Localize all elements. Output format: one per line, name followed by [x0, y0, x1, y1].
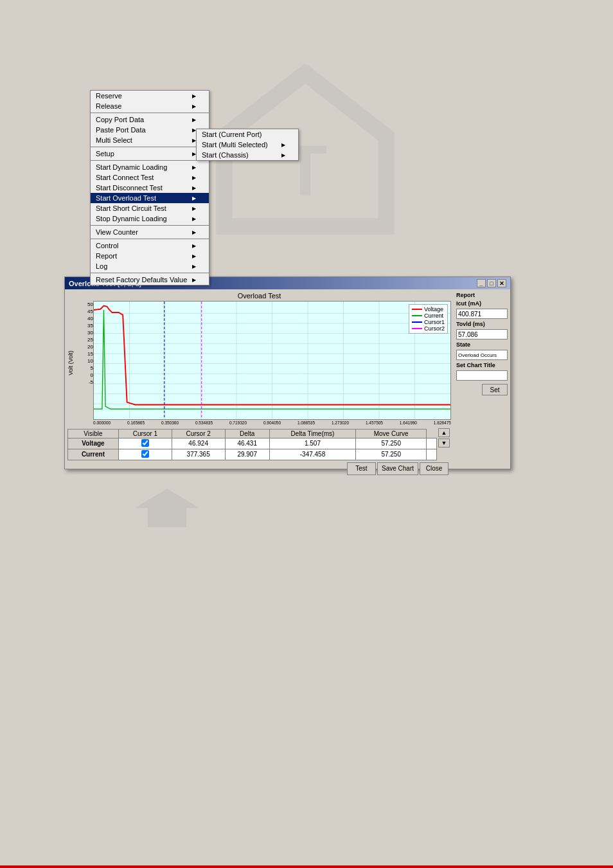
menu-item-copy_port_data[interactable]: Copy Port Data▶ — [91, 114, 209, 125]
row-delta_time: 57.250 — [356, 449, 427, 460]
legend-voltage-label: Voltage — [424, 306, 443, 312]
x-axis-labels: 0.0000000.1658650.3503600.5348350.719320… — [93, 420, 451, 426]
menu-item-paste_port_data[interactable]: Paste Port Data▶ — [91, 125, 209, 135]
visible-checkbox[interactable] — [141, 439, 149, 447]
move-curve-cell — [427, 438, 437, 449]
minimize-button[interactable]: _ — [477, 279, 486, 287]
row-visible[interactable] — [118, 449, 172, 460]
x-axis-container: 0.0000000.1658650.3503600.5348350.719320… — [75, 420, 451, 426]
y-tick: 20 — [75, 343, 93, 350]
bottom-buttons: Test Save Chart Close — [67, 460, 451, 477]
cursor2-color — [412, 328, 422, 329]
legend-cursor1-label: Cursor1 — [424, 319, 445, 325]
menu-separator — [91, 225, 209, 226]
menu-item-reset_factory[interactable]: Reset Factory Defaults Value▶ — [91, 275, 209, 285]
table-row: Current377.36529.907-347.45857.250 — [68, 449, 437, 460]
test-button[interactable]: Test — [347, 462, 376, 475]
set-chart-title-input[interactable] — [456, 370, 508, 381]
set-button[interactable]: Set — [482, 384, 508, 395]
y-axis: 50454035302520151050-5 — [75, 301, 93, 420]
menu-item-report[interactable]: Report▶ — [91, 251, 209, 261]
menu-item-start_overload_test[interactable]: Start Overload Test▶ — [91, 193, 209, 203]
row-delta_time: 57.250 — [356, 438, 427, 449]
y-axis-label: Volt (Volt) — [67, 301, 74, 426]
visible-checkbox[interactable] — [141, 450, 149, 458]
current-color — [412, 315, 422, 316]
x-label: 1.641990 — [400, 420, 417, 425]
window-controls: _ □ ✕ — [477, 279, 506, 287]
table-header: Delta Time(ms) — [269, 429, 355, 438]
row-visible[interactable] — [118, 438, 172, 449]
chart-container: Volt (Volt) 50454035302520151050-5 — [67, 301, 451, 426]
move-up-button[interactable]: ▲ — [438, 428, 450, 437]
table-header: Cursor 2 — [172, 429, 225, 438]
report-label: Report — [456, 292, 508, 298]
row-label: Current — [68, 449, 119, 460]
y-tick: 45 — [75, 308, 93, 315]
voltage-color — [412, 309, 422, 310]
menu-item-control[interactable]: Control▶ — [91, 240, 209, 251]
y-tick: 0 — [75, 372, 93, 379]
window-body: Overload Test Volt (Volt) 50454035302520… — [65, 289, 510, 469]
row-cursor2: 46.431 — [225, 438, 269, 449]
y-tick: 30 — [75, 329, 93, 336]
legend-cursor1: Cursor1 — [412, 319, 445, 325]
x-label: 1.826475 — [434, 420, 451, 425]
menu-separator — [91, 239, 209, 239]
row-label: Voltage — [68, 438, 119, 449]
y-tick: 50 — [75, 301, 93, 308]
submenu-item-start_current_port[interactable]: Start (Current Port) — [197, 129, 298, 140]
legend-cursor2: Cursor2 — [412, 325, 445, 332]
x-label: 1.457505 — [366, 420, 383, 425]
close-window-button[interactable]: Close — [420, 462, 449, 475]
watermark-bottom — [129, 482, 206, 535]
table-header: Visible — [68, 429, 119, 438]
menu-item-release[interactable]: Release▶ — [91, 101, 209, 111]
bottom-line — [0, 865, 613, 868]
menu-separator — [91, 160, 209, 161]
menu-item-view_counter[interactable]: View Counter▶ — [91, 227, 209, 237]
chart-area: Voltage Current Cursor1 — [93, 301, 451, 420]
menu-item-start_dynamic_loading[interactable]: Start Dynamic Loading▶ — [91, 162, 209, 172]
svg-marker-24 — [135, 489, 199, 527]
maximize-button[interactable]: □ — [487, 279, 496, 287]
menu-item-reserve[interactable]: Reserve▶ — [91, 91, 209, 101]
overload-test-window: Overload Test (0, 2, 1) _ □ ✕ Overload T… — [64, 276, 511, 469]
tovld-input[interactable] — [456, 329, 508, 339]
move-curve-cell — [427, 449, 437, 460]
submenu-item-start_chassis[interactable]: Start (Chassis)▶ — [197, 150, 298, 160]
x-label: 0.350360 — [161, 420, 179, 425]
y-tick: 15 — [75, 350, 93, 357]
menu-item-log[interactable]: Log▶ — [91, 261, 209, 271]
chart-legend: Voltage Current Cursor1 — [409, 304, 448, 334]
chart-section: Overload Test Volt (Volt) 50454035302520… — [65, 289, 454, 469]
move-curve-buttons: ▲ ▼ — [437, 427, 451, 449]
table-row: Voltage46.92446.4311.50757.250 — [68, 438, 437, 449]
menu-item-start_short_circuit_test[interactable]: Start Short Circuit Test▶ — [91, 203, 209, 213]
move-down-button[interactable]: ▼ — [438, 439, 450, 448]
state-input[interactable] — [456, 350, 508, 360]
y-tick: 10 — [75, 357, 93, 365]
table-header: Move Curve — [356, 429, 427, 438]
save-chart-button[interactable]: Save Chart — [377, 462, 418, 475]
close-button[interactable]: ✕ — [497, 279, 506, 287]
icut-input[interactable] — [456, 309, 508, 319]
icut-label: Icut (mA) — [456, 300, 508, 307]
menu-item-start_disconnect_test[interactable]: Start Disconnect Test▶ — [91, 183, 209, 193]
menu-item-stop_dynamic_loading[interactable]: Stop Dynamic Loading▶ — [91, 213, 209, 224]
menu-separator — [91, 113, 209, 113]
menu-item-multi_select[interactable]: Multi Select▶ — [91, 135, 209, 145]
menu-item-setup[interactable]: Setup▶ — [91, 149, 209, 159]
legend-current: Current — [412, 312, 445, 319]
legend-current-label: Current — [424, 312, 443, 319]
y-tick: 25 — [75, 336, 93, 343]
y-tick: 5 — [75, 365, 93, 372]
menu-separator — [91, 147, 209, 147]
x-label: 0.165865 — [127, 420, 145, 425]
submenu-item-start_multi_selected[interactable]: Start (Multi Selected)▶ — [197, 140, 298, 150]
data-table: VisibleCursor 1Cursor 2DeltaDelta Time(m… — [67, 429, 437, 460]
menu-item-start_connect_test[interactable]: Start Connect Test▶ — [91, 172, 209, 183]
x-label: 1.088535 — [298, 420, 315, 425]
table-area: VisibleCursor 1Cursor 2DeltaDelta Time(m… — [67, 427, 451, 460]
state-label: State — [456, 341, 508, 348]
